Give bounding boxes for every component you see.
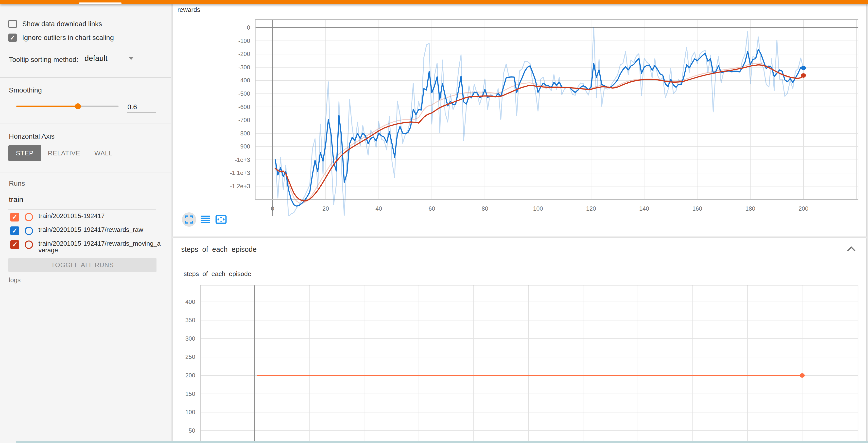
divider (0, 77, 171, 78)
run-color-swatch[interactable] (25, 227, 33, 235)
horizontal-axis-label: Horizontal Axis (9, 132, 55, 140)
active-tab-indicator (79, 2, 122, 4)
checkmark-icon: ✓ (12, 214, 18, 220)
smoothing-value-input[interactable]: 0.6 (127, 103, 137, 111)
haxis-button-step[interactable]: STEP (8, 145, 41, 161)
run-filter-underline (8, 209, 156, 209)
divider (0, 124, 171, 124)
steps-chart-title: steps_of_each_episode (184, 270, 251, 278)
dropdown-underline (85, 66, 136, 66)
tooltip-sorting-label: Tooltip sorting method: (9, 56, 79, 64)
smoothing-slider-fill (16, 106, 78, 107)
checked-checkbox[interactable]: ✓ (8, 34, 17, 42)
option-label: Ignore outliers in chart scaling (22, 34, 114, 42)
steps-section-card: steps_of_each_episode steps_of_each_epis… (173, 238, 866, 443)
run-color-swatch[interactable] (25, 213, 33, 221)
fullscreen-icon (185, 215, 193, 224)
runs-label: Runs (9, 180, 25, 187)
chevron-up-icon (846, 246, 856, 252)
option-row: Show data download links (8, 20, 102, 28)
option-label: Show data download links (22, 20, 102, 28)
horizontal-lines-icon (200, 215, 210, 223)
run-checkbox[interactable]: ✓ (10, 227, 19, 235)
collapse-section-button[interactable] (846, 246, 856, 253)
divider (0, 172, 171, 172)
run-checkbox[interactable]: ✓ (10, 213, 19, 222)
checkmark-icon: ✓ (12, 228, 18, 234)
top-toolbar (0, 0, 868, 4)
runs-group-logs-label: logs (9, 276, 21, 284)
fit-domain-icon (215, 215, 227, 224)
checkmark-icon: ✓ (12, 241, 18, 248)
run-name-label: train/20201015-192417/rewards_raw (38, 227, 163, 233)
dropdown-caret-icon[interactable] (128, 57, 134, 60)
unchecked-checkbox[interactable] (8, 20, 17, 28)
run-name-label: train/20201015-192417/rewards_moving_ave… (38, 240, 163, 254)
run-filter-input[interactable]: train (9, 195, 23, 204)
smoothing-label: Smoothing (9, 86, 42, 94)
smoothing-slider-thumb[interactable] (75, 104, 81, 109)
run-checkbox[interactable]: ✓ (10, 240, 19, 249)
bottom-edge-strip (16, 441, 868, 443)
settings-sidebar: Show data download links✓Ignore outliers… (0, 4, 171, 443)
expand-chart-button[interactable] (182, 212, 196, 227)
run-color-swatch[interactable] (25, 240, 33, 249)
toggle-line-view-button[interactable] (200, 215, 210, 223)
rewards-chart-card: rewards (173, 4, 866, 237)
haxis-button-wall[interactable]: WALL (95, 145, 112, 161)
run-list-item: ✓train/20201015-192417/rewards_raw (10, 227, 163, 235)
smoothing-value-underline (127, 112, 156, 113)
rewards-chart-title: rewards (178, 6, 200, 13)
section-divider (173, 260, 866, 260)
steps-section-title: steps_of_each_episode (181, 245, 256, 254)
tooltip-sorting-dropdown[interactable]: default (85, 54, 107, 63)
option-row: ✓Ignore outliers in chart scaling (8, 33, 114, 42)
run-list-item: ✓train/20201015-192417/rewards_moving_av… (10, 240, 163, 254)
run-name-label: train/20201015-192417 (38, 213, 163, 219)
fit-domain-button[interactable] (215, 215, 227, 224)
checkmark-icon: ✓ (10, 34, 16, 41)
toggle-all-runs-button[interactable]: TOGGLE ALL RUNS (8, 258, 156, 272)
haxis-button-relative[interactable]: RELATIVE (50, 145, 78, 161)
run-list-item: ✓train/20201015-192417 (10, 213, 163, 222)
